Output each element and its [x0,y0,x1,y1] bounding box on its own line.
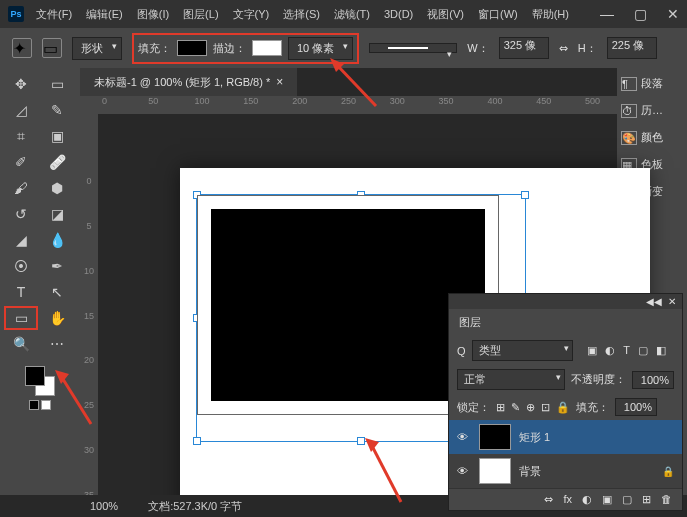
link-wh-icon[interactable]: ⇔ [559,42,568,55]
layers-tab[interactable]: 图层 [449,309,682,336]
shape-mode-dropdown[interactable]: 形状 [72,37,122,60]
lock-icon[interactable]: 🔒 [556,401,570,414]
menu-select[interactable]: 选择(S) [283,7,320,22]
fill-stroke-highlight: 填充： 描边： 10 像素 [132,33,359,64]
layer-thumb[interactable] [479,424,511,450]
group-icon[interactable]: ▢ [622,493,632,506]
blur-tool[interactable]: 💧 [40,228,74,252]
type-tool[interactable]: T [4,280,38,304]
layer-name[interactable]: 背景 [519,464,541,479]
menu-edit[interactable]: 编辑(E) [86,7,123,22]
menu-help[interactable]: 帮助(H) [532,7,569,22]
handle-tr[interactable] [521,191,529,199]
visibility-icon[interactable]: 👁 [457,431,471,443]
fill-opacity-label: 填充： [576,400,609,415]
lock-all-icon[interactable]: ⊞ [496,401,505,414]
panel-close-icon[interactable]: ✕ [668,296,676,307]
rect-marquee-tool[interactable]: ▭ [40,72,74,96]
visibility-icon[interactable]: 👁 [457,465,471,477]
lock-pos-icon[interactable]: ⊕ [526,401,535,414]
document-tab[interactable]: 未标题-1 @ 100% (矩形 1, RGB/8) * × [80,68,297,96]
mini-default-icon[interactable] [29,400,39,410]
stroke-swatch[interactable] [252,40,282,56]
heal-tool[interactable]: 🩹 [40,150,74,174]
mini-swap-icon[interactable] [41,400,51,410]
eraser-tool[interactable]: ◪ [40,202,74,226]
menu-image[interactable]: 图像(I) [137,7,169,22]
stamp-tool[interactable]: ⬢ [40,176,74,200]
maximize-icon[interactable]: ▢ [634,6,647,22]
filter-shape-icon[interactable]: ▢ [638,344,648,357]
tool-preset-icon[interactable]: ✦ [12,38,32,58]
shape-type-icon[interactable]: ▭ [42,38,62,58]
filter-prefix: Q [457,345,466,357]
handle-b[interactable] [357,437,365,445]
doc-close-icon[interactable]: × [276,75,283,89]
crop-tool[interactable]: ⌗ [4,124,38,148]
mask-icon[interactable]: ◐ [582,493,592,506]
height-input[interactable]: 225 像 [607,37,657,59]
fill-swatch[interactable] [177,40,207,56]
filter-smart-icon[interactable]: ◧ [656,344,666,357]
lock-label: 锁定： [457,400,490,415]
menu-window[interactable]: 窗口(W) [478,7,518,22]
new-layer-icon[interactable]: ⊞ [642,493,651,506]
zoom-level[interactable]: 100% [90,500,118,512]
lasso-tool[interactable]: ◿ [4,98,38,122]
eyedropper-tool[interactable]: ✐ [4,150,38,174]
path-select-tool[interactable]: ↖ [40,280,74,304]
gradient-tool[interactable]: ◢ [4,228,38,252]
dodge-tool[interactable]: ⦿ [4,254,38,278]
minimize-icon[interactable]: — [600,6,614,22]
quick-select-tool[interactable]: ✎ [40,98,74,122]
menu-view[interactable]: 视图(V) [427,7,464,22]
menu-layer[interactable]: 图层(L) [183,7,218,22]
doc-info[interactable]: 文档:527.3K/0 字节 [148,499,242,514]
fx-icon[interactable]: fx [563,493,572,506]
menu-type[interactable]: 文字(Y) [233,7,270,22]
panel-collapse-icon[interactable]: ◀◀ [646,296,662,307]
brush-tool[interactable]: 🖌 [4,176,38,200]
hand-tool[interactable]: ✋ [40,306,74,330]
fg-bg-swatch[interactable] [25,366,55,396]
panel-color[interactable]: 🎨颜色 [621,130,683,145]
opacity-label: 不透明度： [571,372,626,387]
lock-pixel-icon[interactable]: ✎ [511,401,520,414]
width-label: W： [467,41,488,56]
filter-pixel-icon[interactable]: ▣ [587,344,597,357]
fg-color[interactable] [25,366,45,386]
menu-filter[interactable]: 滤镜(T) [334,7,370,22]
fill-opacity-input[interactable]: 100% [615,398,657,416]
rectangle-tool[interactable]: ▭ [4,306,38,330]
title-bar: Ps 文件(F) 编辑(E) 图像(I) 图层(L) 文字(Y) 选择(S) 滤… [0,0,687,28]
delete-layer-icon[interactable]: 🗑 [661,493,672,506]
move-tool[interactable]: ✥ [4,72,38,96]
history-brush-tool[interactable]: ↺ [4,202,38,226]
filter-type-icon[interactable]: T [623,344,630,357]
stroke-style-dropdown[interactable] [369,43,457,53]
lock-nest-icon[interactable]: ⊡ [541,401,550,414]
panel-paragraph[interactable]: ¶段落 [621,76,683,91]
frame-tool[interactable]: ▣ [40,124,74,148]
menu-file[interactable]: 文件(F) [36,7,72,22]
opacity-input[interactable]: 100% [632,371,674,389]
blend-mode-dropdown[interactable]: 正常 [457,369,565,390]
adjustment-icon[interactable]: ▣ [602,493,612,506]
handle-bl[interactable] [193,437,201,445]
link-layers-icon[interactable]: ⇔ [544,493,553,506]
layer-background[interactable]: 👁 背景 🔒 [449,454,682,488]
layer-name[interactable]: 矩形 1 [519,430,550,445]
filter-adjust-icon[interactable]: ◐ [605,344,615,357]
panel-history[interactable]: ⏱历… [621,103,683,118]
zoom-tool[interactable]: 🔍 [4,332,38,356]
edit-toolbar[interactable]: ⋯ [40,332,74,356]
pen-tool[interactable]: ✒ [40,254,74,278]
layer-thumb[interactable] [479,458,511,484]
filter-type-dropdown[interactable]: 类型 [472,340,574,361]
stroke-width-input[interactable]: 10 像素 [288,37,353,60]
bg-lock-icon: 🔒 [662,466,674,477]
close-icon[interactable]: ✕ [667,6,679,22]
menu-3d[interactable]: 3D(D) [384,8,413,20]
width-input[interactable]: 325 像 [499,37,549,59]
layer-rect1[interactable]: 👁 矩形 1 [449,420,682,454]
